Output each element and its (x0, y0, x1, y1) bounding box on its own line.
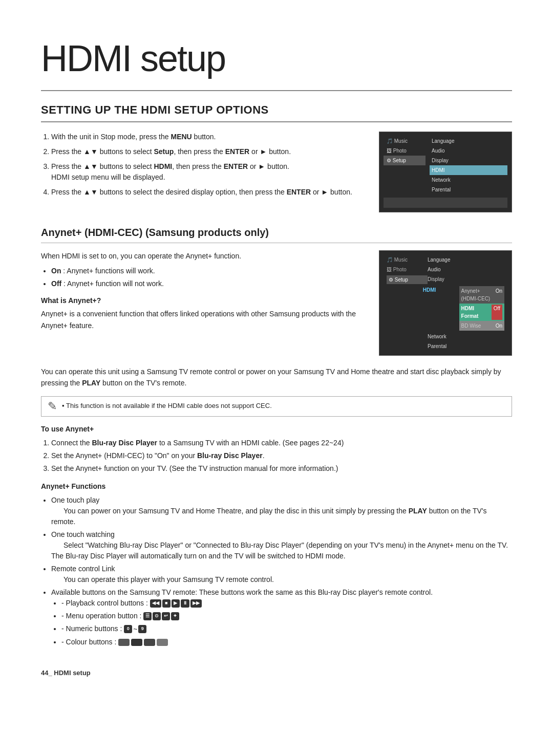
page-title: HDMI setup (41, 31, 512, 91)
what-is-anynet-heading: What is Anynet+? (41, 295, 364, 306)
m2-row-setup: ⚙ Setup Display (384, 274, 507, 285)
step-4: Press the ▲▼ buttons to select the desir… (51, 187, 364, 198)
remote-control-link-desc: You can operate this player with your Sa… (51, 575, 274, 584)
colour-button-icons (118, 639, 168, 646)
section1-heading: SETTING UP THE HDMI SETUP OPTIONS (41, 101, 512, 122)
enter-bold: ENTER (225, 147, 249, 156)
play-icon: ▶ (172, 599, 180, 608)
menu-item-display: Display (430, 156, 507, 165)
menu-image-1: 🎵 Music 🖼 Photo ⚙ Setup Language Audio D… (379, 132, 512, 212)
numeric-icons: 0 ~ 9 (124, 624, 146, 635)
step-1: With the unit in Stop mode, press the ME… (51, 132, 364, 142)
menu-row-setup: ⚙ Setup (384, 156, 426, 165)
to-use-anynet-title: To use Anynet+ (41, 424, 512, 435)
section2-content: When HDMI is set to on, you can operate … (41, 250, 512, 356)
setup-bold: Setup (154, 147, 174, 156)
menu-icons: ☰ ⊙ ↩ ✦ (143, 612, 179, 620)
section1-content: With the unit in Stop mode, press the ME… (41, 132, 512, 212)
menu-item-language: Language (430, 136, 507, 146)
note-icon: ✎ (48, 401, 57, 412)
anynet-on: On : Anynet+ functions will work. (51, 266, 364, 276)
step-3: Press the ▲▼ buttons to select HDMI, the… (51, 161, 364, 183)
anynet-off: Off : Anynet+ function will not work. (51, 278, 364, 289)
steps-column: With the unit in Stop mode, press the ME… (41, 132, 364, 203)
menu-btn-2: ⊙ (153, 612, 161, 620)
m2-row-parental: Parental (384, 341, 507, 351)
colour-buttons-row: Colour buttons : (61, 637, 512, 647)
one-touch-watching-desc: Select "Watching Blu-ray Disc Player" or… (51, 541, 508, 560)
m2-row-music: 🎵 Music Language (384, 255, 507, 265)
stop-icon: ■ (162, 599, 171, 608)
m2-hdmi-format-row: HDMI Format Off (459, 304, 504, 321)
anynet-functions-title: Anynet+ Functions (41, 481, 512, 492)
menu-right-col: Language Audio Display HDMI Network Pare… (430, 136, 507, 195)
enter-bold2: ENTER (224, 162, 248, 170)
menu-btn-4: ✦ (171, 612, 179, 620)
playback-icons: ◀◀ ■ ▶ ⏸ ▶▶ (150, 599, 202, 608)
menu-row-music: 🎵 Music (384, 136, 426, 146)
note-text: ▪ This function is not available if the … (62, 401, 272, 411)
enter-bold3: ENTER (287, 188, 311, 196)
m2-anynet-row: Anynet+(HDMI-CEC) On (459, 286, 504, 304)
menu-rows-1: 🎵 Music 🖼 Photo ⚙ Setup Language Audio D… (384, 136, 507, 195)
colour-b-btn (131, 639, 142, 646)
note-box: ✎ ▪ This function is not available if th… (41, 396, 512, 417)
menu-btn-1: ☰ (143, 612, 152, 620)
colour-c-btn (144, 639, 155, 646)
menu-screenshot-2: 🎵 Music Language 🖼 Photo Audio ⚙ Setup D… (379, 250, 512, 356)
playback-buttons-row: Playback control buttons : ◀◀ ■ ▶ ⏸ ▶▶ (61, 598, 512, 609)
ffwd-icon: ▶▶ (190, 599, 202, 608)
to-use-anynet-steps: Connect the Blu-ray Disc Player to a Sam… (41, 438, 512, 474)
menu-item-audio: Audio (430, 146, 507, 156)
what-is-anynet-text: Anynet+ is a convenient function that of… (41, 308, 364, 331)
page-footer: 44_ HDMI setup (41, 668, 512, 678)
m2-row-network: Network (384, 332, 507, 341)
menu-item-parental: Parental (430, 185, 507, 195)
menu-item-hdmi: HDMI (430, 165, 507, 175)
menu-bold: MENU (171, 133, 192, 141)
menu-bottom-bar (384, 198, 507, 208)
button-type-list: Playback control buttons : ◀◀ ■ ▶ ⏸ ▶▶ M… (51, 598, 512, 647)
remote-control-link-item: Remote control Link You can operate this… (51, 564, 512, 585)
section2-heading: Anynet+ (HDMI-CEC) (Samsung products onl… (41, 225, 512, 243)
menu-btn-3: ↩ (162, 612, 170, 620)
numeric-buttons-row: Numeric buttons : 0 ~ 9 (61, 623, 512, 635)
m2-bdwise-row: BD Wise On (459, 321, 504, 331)
menu-row-photo: 🖼 Photo (384, 146, 426, 156)
play-bold: PLAY (82, 379, 100, 387)
num-9-icon: 9 (138, 625, 146, 633)
anynet-bullets: On : Anynet+ functions will work. Off : … (41, 266, 364, 289)
one-touch-play-desc: You can power on your Samsung TV and Hom… (51, 507, 487, 526)
setup-steps: With the unit in Stop mode, press the ME… (41, 132, 364, 198)
anynet-functions-list: One touch play You can power on your Sam… (41, 495, 512, 647)
operate-para: You can operate this unit using a Samsun… (41, 366, 512, 389)
m2-row-photo: 🖼 Photo Audio (384, 265, 507, 274)
step-2: Press the ▲▼ buttons to select Setup, th… (51, 146, 364, 157)
menu-image-2: 🎵 Music Language 🖼 Photo Audio ⚙ Setup D… (379, 250, 512, 356)
num-0-icon: 0 (124, 625, 132, 633)
anynet-intro: When HDMI is set to on, you can operate … (41, 250, 364, 262)
colour-a-btn (118, 639, 130, 646)
menu-screenshot-1: 🎵 Music 🖼 Photo ⚙ Setup Language Audio D… (379, 132, 512, 212)
available-buttons-item: Available buttons on the Samsung TV remo… (51, 587, 512, 647)
menu-button-row: Menu operation button : ☰ ⊙ ↩ ✦ (61, 611, 512, 621)
anynet-text-col: When HDMI is set to on, you can operate … (41, 250, 364, 335)
m2-submenu: Anynet+(HDMI-CEC) On HDMI Format Off BD … (459, 286, 504, 331)
one-touch-watching-item: One touch watching Select "Watching Blu-… (51, 529, 512, 561)
rewind-icon: ◀◀ (150, 599, 161, 608)
menu-item-network: Network (430, 175, 507, 185)
use-step-2: Set the Anynet+ (HDMI-CEC) to "On" on yo… (51, 450, 512, 461)
use-step-3: Set the Anynet+ function on your TV. (Se… (51, 463, 512, 474)
m2-row-hdmi: HDMI Anynet+(HDMI-CEC) On HDMI Format Of… (384, 285, 507, 332)
footer-text: 44_ HDMI setup (41, 669, 91, 677)
menu-left-col: 🎵 Music 🖼 Photo ⚙ Setup (384, 136, 430, 195)
pause-icon: ⏸ (181, 599, 189, 608)
use-step-1: Connect the Blu-ray Disc Player to a Sam… (51, 438, 512, 448)
hdmi-bold: HDMI (154, 162, 172, 170)
colour-d-btn (157, 639, 168, 646)
one-touch-play-item: One touch play You can power on your Sam… (51, 495, 512, 527)
